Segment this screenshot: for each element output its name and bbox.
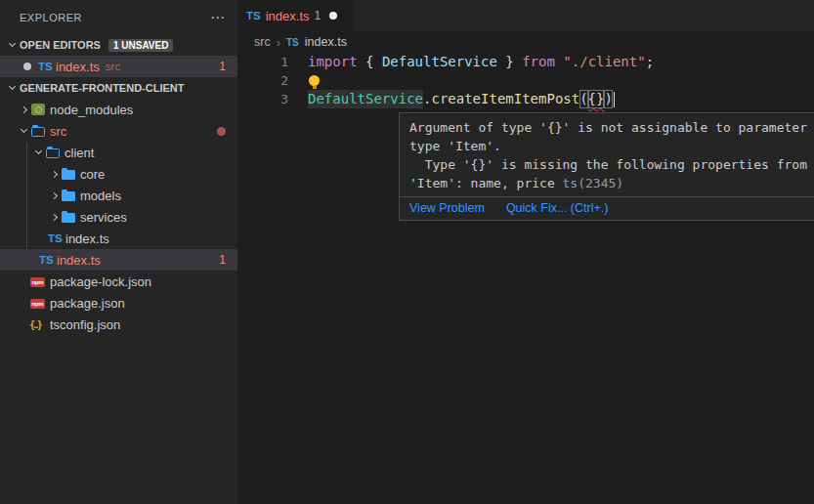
- more-actions-icon[interactable]: ⋯: [210, 9, 226, 26]
- breadcrumb-folder[interactable]: src: [254, 35, 271, 49]
- error-code: ts(2345): [563, 176, 624, 190]
- sidebar-item-node-modules[interactable]: node_modules: [0, 99, 237, 120]
- code-token: ): [604, 90, 612, 108]
- breadcrumb-file[interactable]: index.ts: [305, 35, 347, 49]
- sidebar-item-client[interactable]: client: [0, 142, 237, 163]
- chevron-down-icon[interactable]: [30, 151, 46, 153]
- breadcrumb-separator-icon: ›: [277, 35, 280, 50]
- editor-tab-bar: TS index.ts 1: [237, 0, 814, 31]
- sidebar-item-package-json[interactable]: npm package.json: [0, 292, 237, 314]
- code-line-3[interactable]: 3 DefaultService . createItemItemPost ( …: [237, 90, 814, 108]
- quick-fix-link[interactable]: Quick Fix... (Ctrl+.): [506, 201, 609, 215]
- folder-icon: [62, 213, 75, 223]
- sidebar-item-core[interactable]: core: [0, 163, 237, 185]
- chevron-down-icon[interactable]: [16, 130, 31, 132]
- project-name-label: GENERATE-FRONTEND-CLIENT: [20, 82, 184, 94]
- folder-icon: [62, 170, 75, 180]
- sidebar-item-src[interactable]: src: [0, 120, 237, 142]
- chevron-down-icon[interactable]: [4, 44, 20, 46]
- code-token: {: [358, 53, 382, 71]
- open-folder-icon: [46, 148, 60, 158]
- chevron-right-icon[interactable]: [46, 172, 62, 177]
- code-token: ;: [646, 53, 654, 71]
- error-message-line: Type '{}' is missing the following prope…: [409, 155, 814, 174]
- code-token: DefaultService: [382, 53, 497, 71]
- open-editor-path: src: [106, 61, 120, 72]
- code-token: DefaultService: [308, 90, 423, 108]
- code-token: createItemItemPost: [431, 90, 579, 108]
- line-number: 3: [237, 90, 288, 108]
- code-token: (: [579, 90, 587, 108]
- sidebar-item-client-index-ts[interactable]: TS index.ts: [0, 228, 237, 249]
- typescript-icon: TS: [39, 254, 57, 266]
- file-label: index.ts: [57, 253, 101, 268]
- folder-label: client: [64, 146, 94, 160]
- npm-icon: npm: [30, 299, 45, 309]
- typescript-icon: TS: [48, 232, 65, 244]
- sidebar-item-src-index-ts[interactable]: TS index.ts 1: [0, 249, 237, 271]
- folder-icon: [62, 191, 75, 201]
- json-config-icon: {..}: [30, 318, 48, 330]
- typescript-icon: TS: [38, 61, 56, 72]
- sidebar-item-services[interactable]: services: [0, 206, 237, 228]
- file-label: tsconfig.json: [50, 317, 120, 332]
- code-token: import: [308, 53, 358, 71]
- modified-dot-icon: [23, 63, 31, 70]
- code-token: .: [423, 90, 431, 108]
- breadcrumb: src › TS index.ts: [237, 31, 347, 53]
- code-token: "./client": [563, 53, 645, 71]
- view-problem-link[interactable]: View Problem: [409, 201, 485, 215]
- tab-index-ts[interactable]: TS index.ts 1: [237, 0, 354, 31]
- code-line-1[interactable]: 1 import { DefaultService } from "./clie…: [237, 53, 814, 71]
- open-folder-icon: [31, 127, 45, 137]
- folder-label: models: [80, 189, 121, 203]
- error-hover-tooltip: Argument of type '{}' is not assignable …: [399, 112, 814, 221]
- open-editor-item-index-ts[interactable]: TS index.ts src 1: [0, 56, 237, 77]
- chevron-down-icon[interactable]: [4, 87, 20, 89]
- chevron-right-icon[interactable]: [16, 107, 31, 112]
- open-editor-filename: index.ts: [56, 60, 100, 74]
- code-token: }: [497, 53, 522, 71]
- sidebar-item-models[interactable]: models: [0, 185, 237, 206]
- error-message-line: type 'Item'.: [409, 137, 814, 155]
- unsaved-dot-icon[interactable]: [329, 12, 337, 20]
- explorer-sidebar: EXPLORER ⋯ OPEN EDITORS 1 UNSAVED TS ind…: [0, 0, 237, 504]
- lightbulb-icon[interactable]: [309, 75, 320, 86]
- chevron-right-icon[interactable]: [46, 193, 62, 198]
- unsaved-badge: 1 UNSAVED: [108, 39, 174, 52]
- code-token: [555, 53, 563, 71]
- code-token: from: [522, 53, 555, 71]
- error-count-badge: 1: [219, 253, 237, 267]
- tab-title: index.ts: [266, 9, 310, 23]
- explorer-title: EXPLORER: [20, 12, 82, 23]
- text-cursor: [614, 92, 616, 107]
- sidebar-item-package-lock-json[interactable]: npm package-lock.json: [0, 271, 237, 292]
- tab-error-count: 1: [315, 9, 321, 22]
- node-modules-folder-icon: [31, 104, 45, 115]
- line-number: 1: [237, 53, 288, 71]
- code-line-2[interactable]: 2: [237, 71, 814, 90]
- folder-label: core: [80, 167, 105, 182]
- file-label: package-lock.json: [50, 274, 151, 289]
- error-count-badge: 1: [219, 60, 237, 73]
- error-message-line: Argument of type '{}' is not assignable …: [409, 118, 814, 137]
- file-label: index.ts: [65, 231, 109, 246]
- typescript-icon: TS: [246, 10, 261, 21]
- project-section-header[interactable]: GENERATE-FRONTEND-CLIENT: [0, 77, 237, 99]
- sidebar-item-tsconfig-json[interactable]: {..} tsconfig.json: [0, 314, 237, 335]
- folder-label: services: [80, 210, 127, 225]
- open-editors-section-header[interactable]: OPEN EDITORS 1 UNSAVED: [0, 34, 237, 56]
- folder-label: node_modules: [50, 103, 133, 117]
- folder-modified-dot-icon: [217, 127, 226, 136]
- code-token-error: {}: [588, 90, 605, 108]
- line-number: 2: [237, 71, 288, 90]
- folder-label: src: [50, 124, 66, 139]
- typescript-icon: TS: [286, 37, 299, 48]
- file-label: package.json: [50, 296, 125, 311]
- npm-icon: npm: [30, 277, 45, 287]
- open-editors-label: OPEN EDITORS: [20, 39, 101, 51]
- code-editor[interactable]: 1 import { DefaultService } from "./clie…: [237, 53, 814, 108]
- error-message-line: 'Item': name, price: [409, 176, 555, 190]
- chevron-right-icon[interactable]: [46, 215, 62, 220]
